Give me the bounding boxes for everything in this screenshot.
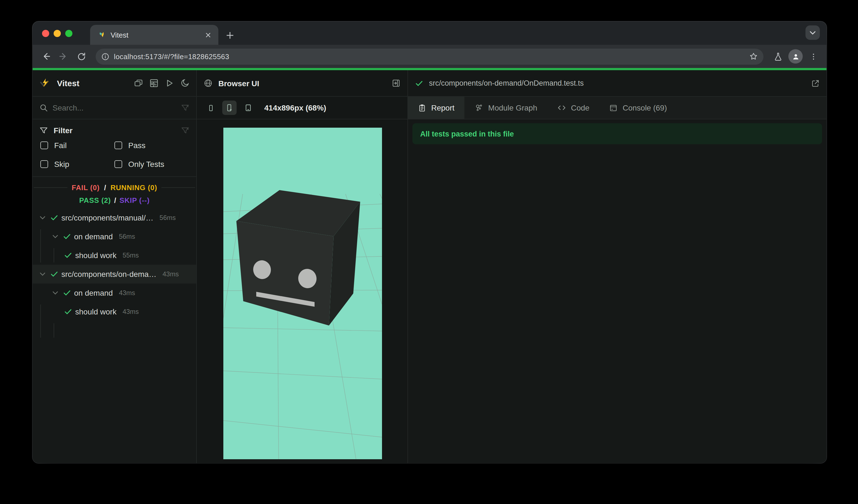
filter-panel: Filter Fail Pass (33, 119, 196, 177)
test-tree: src/components/manual/… 56ms on demand 5… (33, 208, 196, 463)
browser-window: Vitest localhost:5173/#/?file=1828625563 (33, 21, 826, 463)
filter-funnel-icon (39, 126, 48, 135)
browser-ui-title: Browser UI (218, 79, 259, 87)
tested-app-viewport[interactable] (223, 128, 382, 459)
tab-module-graph[interactable]: Module Graph (464, 97, 547, 119)
dark-mode-icon[interactable] (180, 79, 190, 88)
duration: 43ms (119, 289, 135, 297)
run-all-icon[interactable] (165, 79, 174, 88)
expand-panel-icon[interactable] (392, 79, 401, 88)
tab-search-button[interactable] (806, 26, 820, 40)
device-phone-plus-button[interactable] (222, 101, 237, 115)
forward-button[interactable] (56, 49, 71, 64)
browser-ui-header: Browser UI (197, 70, 408, 97)
filter-checkbox-only-tests[interactable]: Only Tests (114, 157, 189, 171)
all-tests-passed-banner: All tests passed in this file (412, 123, 822, 144)
search-input[interactable] (52, 103, 176, 112)
code-icon (557, 103, 566, 112)
console-icon (609, 103, 618, 112)
close-window-button[interactable] (42, 30, 49, 37)
tab-report[interactable]: Report (408, 97, 464, 119)
report-tabs: Report Module Graph Code (408, 97, 826, 119)
pass-check-icon (62, 289, 71, 297)
search-icon (39, 103, 48, 112)
zoom-window-button[interactable] (65, 30, 73, 37)
dock-windows-icon[interactable] (134, 79, 143, 88)
chevron-down-icon[interactable] (38, 213, 47, 222)
back-button[interactable] (38, 49, 54, 64)
chevron-down-icon[interactable] (38, 270, 47, 278)
globe-icon (204, 79, 213, 88)
duration: 43ms (162, 270, 179, 278)
bookmark-star-icon[interactable] (747, 50, 760, 63)
dashboard-icon[interactable] (149, 79, 159, 88)
device-tablet-button[interactable] (241, 101, 255, 115)
tree-row-file-selected[interactable]: src/components/on-dema… 43ms (33, 265, 196, 283)
tree-row-test[interactable]: should work 43ms (33, 302, 196, 321)
browser-ui-panel: Browser UI 414x896px (68%) (197, 70, 408, 463)
pass-check-icon (64, 307, 73, 316)
address-bar[interactable]: localhost:5173/#/?file=1828625563 (96, 48, 763, 64)
window-controls (33, 21, 80, 45)
report-panel: src/components/on-demand/OnDemand.test.t… (408, 70, 826, 463)
browser-tab[interactable]: Vitest (90, 25, 218, 45)
chevron-down-icon[interactable] (51, 289, 60, 297)
checkbox[interactable] (41, 141, 48, 149)
url-text[interactable]: localhost:5173/#/?file=1828625563 (114, 52, 743, 61)
sidebar-header: Vitest (33, 70, 196, 97)
duration: 43ms (123, 308, 139, 315)
tab-code[interactable]: Code (547, 97, 600, 119)
reload-button[interactable] (74, 49, 89, 64)
pass-count: PASS (2) (79, 196, 111, 204)
preview-area (197, 119, 408, 463)
tree-row-suite[interactable]: on demand 56ms (33, 227, 196, 246)
open-external-icon[interactable] (811, 79, 820, 87)
clear-search-filter-icon[interactable] (181, 103, 190, 112)
vitest-logo-icon (39, 77, 51, 89)
minimize-window-button[interactable] (54, 30, 61, 37)
running-count: RUNNING (0) (111, 183, 157, 192)
pass-check-icon (50, 213, 59, 222)
filter-checkbox-skip[interactable]: Skip (41, 157, 114, 171)
screen: Vitest localhost:5173/#/?file=1828625563 (0, 0, 858, 504)
clear-filter-icon[interactable] (181, 126, 190, 135)
vitest-ui: Vitest (33, 70, 826, 463)
tab-close-icon[interactable] (203, 30, 213, 40)
filter-title: Filter (54, 126, 175, 135)
test-summary: FAIL (0) / RUNNING (0) PASS (2) / SKIP (… (33, 177, 196, 208)
filter-checkbox-pass[interactable]: Pass (114, 138, 189, 152)
device-phone-small-button[interactable] (204, 101, 218, 115)
experiments-flask-icon[interactable] (770, 49, 785, 64)
checkbox[interactable] (41, 160, 48, 168)
tree-row-file[interactable]: src/components/manual/… 56ms (33, 208, 196, 227)
pass-check-icon (64, 251, 73, 260)
pass-check-icon (50, 270, 59, 278)
search-row (33, 97, 196, 119)
file-pass-check-icon (415, 79, 424, 87)
new-tab-button[interactable] (223, 28, 237, 43)
device-toolbar: 414x896px (68%) (197, 97, 408, 119)
site-info-icon[interactable] (101, 52, 109, 61)
tab-strip: Vitest (33, 21, 826, 45)
module-graph-icon (474, 103, 483, 112)
test-progress-bar (33, 68, 826, 70)
duration: 56ms (119, 233, 135, 240)
fail-count: FAIL (0) (72, 183, 99, 192)
checkbox[interactable] (114, 141, 122, 149)
report-content: All tests passed in this file (408, 119, 826, 463)
app-title: Vitest (57, 79, 128, 88)
filter-checkbox-fail[interactable]: Fail (41, 138, 114, 152)
skip-count: SKIP (--) (120, 196, 149, 204)
tree-row-suite[interactable]: on demand 43ms (33, 283, 196, 302)
tab-title: Vitest (111, 31, 198, 39)
profile-avatar[interactable] (788, 49, 803, 64)
chevron-down-icon[interactable] (51, 232, 60, 241)
viewport-size-label: 414x896px (68%) (264, 103, 326, 112)
tree-row-test[interactable]: should work 55ms (33, 246, 196, 265)
pass-check-icon (62, 232, 71, 241)
checkbox[interactable] (114, 160, 122, 168)
duration: 56ms (159, 214, 176, 222)
tab-console[interactable]: Console (69) (599, 97, 677, 119)
browser-menu-icon[interactable] (806, 49, 821, 64)
vitest-favicon (98, 31, 106, 39)
